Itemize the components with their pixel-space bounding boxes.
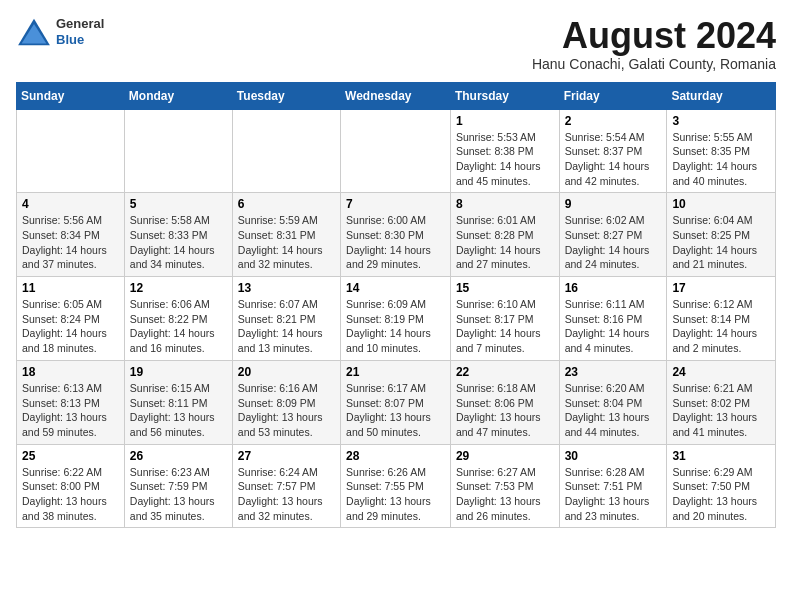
day-info: Sunrise: 6:26 AMSunset: 7:55 PMDaylight:… — [346, 465, 445, 524]
day-number: 26 — [130, 449, 227, 463]
location-subtitle: Hanu Conachi, Galati County, Romania — [532, 56, 776, 72]
day-info: Sunrise: 5:59 AMSunset: 8:31 PMDaylight:… — [238, 213, 335, 272]
day-info: Sunrise: 6:17 AMSunset: 8:07 PMDaylight:… — [346, 381, 445, 440]
day-info: Sunrise: 6:27 AMSunset: 7:53 PMDaylight:… — [456, 465, 554, 524]
day-info: Sunrise: 6:04 AMSunset: 8:25 PMDaylight:… — [672, 213, 770, 272]
calendar-cell: 31Sunrise: 6:29 AMSunset: 7:50 PMDayligh… — [667, 444, 776, 528]
day-info: Sunrise: 5:56 AMSunset: 8:34 PMDaylight:… — [22, 213, 119, 272]
title-area: August 2024 Hanu Conachi, Galati County,… — [532, 16, 776, 72]
day-info: Sunrise: 6:23 AMSunset: 7:59 PMDaylight:… — [130, 465, 227, 524]
logo-blue: Blue — [56, 32, 104, 48]
calendar-cell: 18Sunrise: 6:13 AMSunset: 8:13 PMDayligh… — [17, 360, 125, 444]
day-info: Sunrise: 6:07 AMSunset: 8:21 PMDaylight:… — [238, 297, 335, 356]
calendar-cell: 6Sunrise: 5:59 AMSunset: 8:31 PMDaylight… — [232, 193, 340, 277]
day-number: 22 — [456, 365, 554, 379]
day-number: 10 — [672, 197, 770, 211]
col-header-saturday: Saturday — [667, 82, 776, 109]
calendar-cell: 30Sunrise: 6:28 AMSunset: 7:51 PMDayligh… — [559, 444, 667, 528]
day-info: Sunrise: 6:18 AMSunset: 8:06 PMDaylight:… — [456, 381, 554, 440]
day-number: 29 — [456, 449, 554, 463]
calendar-cell: 11Sunrise: 6:05 AMSunset: 8:24 PMDayligh… — [17, 277, 125, 361]
col-header-monday: Monday — [124, 82, 232, 109]
month-title: August 2024 — [532, 16, 776, 56]
calendar-cell: 23Sunrise: 6:20 AMSunset: 8:04 PMDayligh… — [559, 360, 667, 444]
day-number: 1 — [456, 114, 554, 128]
calendar-cell: 2Sunrise: 5:54 AMSunset: 8:37 PMDaylight… — [559, 109, 667, 193]
calendar-cell: 15Sunrise: 6:10 AMSunset: 8:17 PMDayligh… — [450, 277, 559, 361]
week-row-2: 4Sunrise: 5:56 AMSunset: 8:34 PMDaylight… — [17, 193, 776, 277]
logo-icon — [16, 17, 52, 47]
day-info: Sunrise: 6:05 AMSunset: 8:24 PMDaylight:… — [22, 297, 119, 356]
day-info: Sunrise: 6:01 AMSunset: 8:28 PMDaylight:… — [456, 213, 554, 272]
calendar-cell: 3Sunrise: 5:55 AMSunset: 8:35 PMDaylight… — [667, 109, 776, 193]
day-number: 14 — [346, 281, 445, 295]
calendar-cell: 13Sunrise: 6:07 AMSunset: 8:21 PMDayligh… — [232, 277, 340, 361]
day-number: 31 — [672, 449, 770, 463]
week-row-1: 1Sunrise: 5:53 AMSunset: 8:38 PMDaylight… — [17, 109, 776, 193]
day-info: Sunrise: 6:09 AMSunset: 8:19 PMDaylight:… — [346, 297, 445, 356]
day-number: 16 — [565, 281, 662, 295]
day-number: 30 — [565, 449, 662, 463]
col-header-thursday: Thursday — [450, 82, 559, 109]
calendar-cell — [124, 109, 232, 193]
day-number: 15 — [456, 281, 554, 295]
calendar-cell: 24Sunrise: 6:21 AMSunset: 8:02 PMDayligh… — [667, 360, 776, 444]
day-info: Sunrise: 6:00 AMSunset: 8:30 PMDaylight:… — [346, 213, 445, 272]
calendar-table: SundayMondayTuesdayWednesdayThursdayFrid… — [16, 82, 776, 529]
day-info: Sunrise: 6:21 AMSunset: 8:02 PMDaylight:… — [672, 381, 770, 440]
calendar-cell: 5Sunrise: 5:58 AMSunset: 8:33 PMDaylight… — [124, 193, 232, 277]
day-info: Sunrise: 6:29 AMSunset: 7:50 PMDaylight:… — [672, 465, 770, 524]
day-number: 24 — [672, 365, 770, 379]
calendar-cell: 14Sunrise: 6:09 AMSunset: 8:19 PMDayligh… — [341, 277, 451, 361]
day-number: 8 — [456, 197, 554, 211]
logo: General Blue — [16, 16, 104, 47]
calendar-cell: 9Sunrise: 6:02 AMSunset: 8:27 PMDaylight… — [559, 193, 667, 277]
calendar-header-row: SundayMondayTuesdayWednesdayThursdayFrid… — [17, 82, 776, 109]
logo-text: General Blue — [56, 16, 104, 47]
calendar-cell: 20Sunrise: 6:16 AMSunset: 8:09 PMDayligh… — [232, 360, 340, 444]
page-header: General Blue August 2024 Hanu Conachi, G… — [16, 16, 776, 72]
day-number: 4 — [22, 197, 119, 211]
day-info: Sunrise: 6:16 AMSunset: 8:09 PMDaylight:… — [238, 381, 335, 440]
calendar-cell: 29Sunrise: 6:27 AMSunset: 7:53 PMDayligh… — [450, 444, 559, 528]
week-row-3: 11Sunrise: 6:05 AMSunset: 8:24 PMDayligh… — [17, 277, 776, 361]
day-number: 12 — [130, 281, 227, 295]
day-info: Sunrise: 5:55 AMSunset: 8:35 PMDaylight:… — [672, 130, 770, 189]
calendar-cell: 4Sunrise: 5:56 AMSunset: 8:34 PMDaylight… — [17, 193, 125, 277]
day-number: 17 — [672, 281, 770, 295]
day-number: 7 — [346, 197, 445, 211]
day-number: 9 — [565, 197, 662, 211]
day-info: Sunrise: 5:58 AMSunset: 8:33 PMDaylight:… — [130, 213, 227, 272]
day-info: Sunrise: 6:02 AMSunset: 8:27 PMDaylight:… — [565, 213, 662, 272]
day-info: Sunrise: 6:11 AMSunset: 8:16 PMDaylight:… — [565, 297, 662, 356]
calendar-cell: 7Sunrise: 6:00 AMSunset: 8:30 PMDaylight… — [341, 193, 451, 277]
week-row-4: 18Sunrise: 6:13 AMSunset: 8:13 PMDayligh… — [17, 360, 776, 444]
day-info: Sunrise: 6:06 AMSunset: 8:22 PMDaylight:… — [130, 297, 227, 356]
day-number: 21 — [346, 365, 445, 379]
calendar-cell: 28Sunrise: 6:26 AMSunset: 7:55 PMDayligh… — [341, 444, 451, 528]
calendar-cell: 16Sunrise: 6:11 AMSunset: 8:16 PMDayligh… — [559, 277, 667, 361]
week-row-5: 25Sunrise: 6:22 AMSunset: 8:00 PMDayligh… — [17, 444, 776, 528]
day-number: 2 — [565, 114, 662, 128]
calendar-cell — [232, 109, 340, 193]
day-number: 23 — [565, 365, 662, 379]
day-info: Sunrise: 6:24 AMSunset: 7:57 PMDaylight:… — [238, 465, 335, 524]
calendar-cell: 26Sunrise: 6:23 AMSunset: 7:59 PMDayligh… — [124, 444, 232, 528]
day-info: Sunrise: 6:13 AMSunset: 8:13 PMDaylight:… — [22, 381, 119, 440]
day-info: Sunrise: 6:20 AMSunset: 8:04 PMDaylight:… — [565, 381, 662, 440]
calendar-cell: 25Sunrise: 6:22 AMSunset: 8:00 PMDayligh… — [17, 444, 125, 528]
day-number: 19 — [130, 365, 227, 379]
col-header-sunday: Sunday — [17, 82, 125, 109]
day-number: 28 — [346, 449, 445, 463]
day-number: 25 — [22, 449, 119, 463]
calendar-cell: 12Sunrise: 6:06 AMSunset: 8:22 PMDayligh… — [124, 277, 232, 361]
calendar-cell — [341, 109, 451, 193]
day-info: Sunrise: 6:12 AMSunset: 8:14 PMDaylight:… — [672, 297, 770, 356]
day-number: 11 — [22, 281, 119, 295]
calendar-cell: 19Sunrise: 6:15 AMSunset: 8:11 PMDayligh… — [124, 360, 232, 444]
calendar-cell: 22Sunrise: 6:18 AMSunset: 8:06 PMDayligh… — [450, 360, 559, 444]
calendar-cell: 8Sunrise: 6:01 AMSunset: 8:28 PMDaylight… — [450, 193, 559, 277]
day-number: 3 — [672, 114, 770, 128]
day-number: 18 — [22, 365, 119, 379]
calendar-cell — [17, 109, 125, 193]
